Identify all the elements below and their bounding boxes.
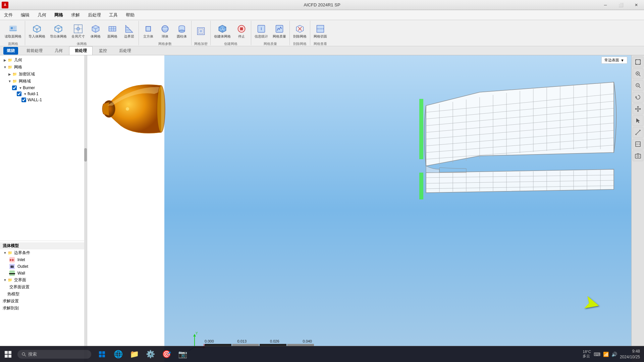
menu-edit[interactable]: 编辑 [17,10,34,20]
tray-icon-2[interactable]: 📶 [603,352,609,357]
system-clock[interactable]: 9:48 2024/10/25 [620,349,640,360]
tree-item-mesh-div[interactable]: 求解剖划 [0,305,87,312]
tree-item-geom[interactable]: ▶ 📁 几何 [0,57,87,64]
create-mesh-btn[interactable]: + 创建体网格 [212,21,233,41]
tree-item-wall1[interactable]: WALL-1 [0,97,87,103]
task-icon-view[interactable] [94,346,110,362]
menu-geometry[interactable]: 几何 [34,10,50,20]
viewport-overlay [87,55,164,362]
tree-item-solve-settings[interactable]: 求解设置 [0,298,87,305]
face-mesh-group-label: 面网格 [8,42,18,46]
burner-checkbox[interactable] [12,85,17,90]
tree-item-burner[interactable]: ▼ Burner [0,85,87,91]
fluid1-checkbox[interactable] [17,92,21,96]
fit-view-btn[interactable] [633,57,643,67]
proc-tab-monitor[interactable]: 监控 [93,46,113,55]
read-surface-mesh-label: 读取面网格 [5,34,21,39]
mesh-slice-btn[interactable]: 网格切面 [312,21,329,41]
svg-rect-1 [11,27,13,29]
svg-line-114 [24,355,26,356]
tree-item-thermal[interactable]: 热模型 [0,291,87,298]
face-mesh-btn[interactable]: 面网格 [104,21,120,41]
menu-help[interactable]: 帮助 [122,10,139,20]
stop-btn[interactable]: 停止 [233,21,250,41]
menu-tools[interactable]: 工具 [105,10,122,20]
task-icon-browser[interactable]: 🌐 [110,346,126,362]
cube-btn[interactable]: 立方体 [140,21,156,41]
model-tree-area: 流体模型 ▼ 📁 边界条件 ▶▶ Inlet ▮▮ Outlet ▬▬ Wall [0,241,87,362]
tree-item-wall[interactable]: ▬▬ Wall [0,270,87,277]
menu-post[interactable]: 后处理 [84,10,105,20]
start-button[interactable] [0,346,16,362]
screenshot-btn[interactable] [633,150,643,161]
create-mesh-group-label: 创建网格 [224,42,237,46]
svg-rect-117 [99,355,102,357]
boundary-btn[interactable]: 边界层 [121,21,137,41]
global-size-button[interactable]: 全局尺寸 [69,21,87,41]
weather-info: 18°C多云 [583,350,591,359]
svg-rect-115 [99,351,102,354]
sphere-btn[interactable]: 球体 [157,21,173,41]
tree-item-interface-set[interactable]: 交界面设置 [0,284,87,291]
zoom-out-btn[interactable] [633,80,643,91]
tree-item-mesh[interactable]: ▼ 📁 网格 [0,64,87,71]
pan-btn[interactable] [633,104,643,114]
mesh-refine-btn[interactable] [193,21,209,41]
task-icon-app3[interactable]: 📷 [174,346,191,362]
measure-btn[interactable] [633,127,643,138]
fluid1-label: fluid-1 [28,92,39,96]
menu-solve[interactable]: 求解 [67,10,84,20]
svg-rect-3 [13,28,15,29]
tree-item-refine[interactable]: ▶ 📁 加密区域 [0,71,87,78]
tree-area: ▶ 📁 几何 ▼ 📁 网格 ▶ 📁 加密区域 ▼ 📁 网格域 [0,55,87,241]
outlet-icon: ▮▮ [9,264,15,269]
taskbar-search[interactable]: 搜索 [17,350,91,359]
proc-tab-post[interactable]: 后处理 [113,46,137,55]
tree-item-meshzone[interactable]: ▼ 📁 网格域 [0,78,87,85]
cylinder-btn[interactable]: 圆柱体 [174,21,190,41]
mesh-quality-group-label: 网格质量 [264,42,277,46]
read-surface-mesh-button[interactable]: 读取面网格 [3,21,23,41]
meshzone-label: 网格域 [19,78,31,84]
toolbar-group-create-mesh: + 创建体网格 停止 创建网格 [211,21,251,45]
vol-mesh-btn[interactable]: 体网格 [88,21,104,41]
view-dropdown[interactable]: 常边表面 ▼ [601,57,627,64]
export-vol-mesh-button[interactable]: 导出体网格 [48,21,69,41]
mesh-info-btn[interactable]: i 信息统计 [253,21,270,41]
tree-item-outlet[interactable]: ▮▮ Outlet [0,263,87,270]
svg-text:i: i [261,26,262,31]
minimize-button[interactable]: ─ [598,0,613,10]
close-button[interactable]: ✕ [629,0,644,10]
svg-rect-39 [419,173,423,199]
zoom-in-btn[interactable] [633,68,643,79]
mesh-quality-btn[interactable]: 网格质量 [271,21,288,41]
tree-item-fluid-model: 流体模型 [0,242,87,249]
section-btn[interactable] [633,139,643,149]
proc-tab-mesh[interactable]: 前处理 [69,46,93,55]
svg-marker-98 [635,108,636,110]
maximize-button[interactable]: ⬜ [613,0,629,10]
tray-icon-1[interactable]: ⌨ [594,352,600,357]
wall1-checkbox[interactable] [21,98,26,102]
proc-tab-geometry[interactable]: 几何 [49,46,68,55]
tree-item-inlet[interactable]: ▶▶ Inlet [0,256,87,263]
stop-btn-label: 停止 [238,34,245,39]
mesh-wireframe [419,72,627,233]
tray-icon-3[interactable]: 🔊 [611,352,617,357]
svg-marker-99 [640,108,641,110]
task-icon-folder[interactable]: 📁 [126,346,142,362]
menu-file[interactable]: 文件 [0,10,17,20]
tree-item-bc[interactable]: ▼ 📁 边界条件 [0,249,87,256]
select-btn[interactable] [633,115,643,126]
scroll-indicator[interactable] [84,55,87,362]
rotate-btn[interactable] [633,92,643,103]
tree-item-interface[interactable]: ▼ 📁 交界面 [0,277,87,284]
task-icon-app2[interactable]: 🎯 [158,346,174,362]
vol-mesh-btn-label: 体网格 [91,34,101,39]
remove-mesh-btn[interactable]: 剖除网格 [291,21,309,41]
menu-mesh[interactable]: 网格 [50,10,67,20]
tree-item-fluid1[interactable]: ▼ fluid-1 [0,91,87,97]
proc-tab-preprocess[interactable]: 前前处理 [21,46,48,55]
task-icon-app1[interactable]: ⚙️ [142,346,158,362]
import-vol-mesh-button[interactable]: 导入体网格 [26,21,47,41]
